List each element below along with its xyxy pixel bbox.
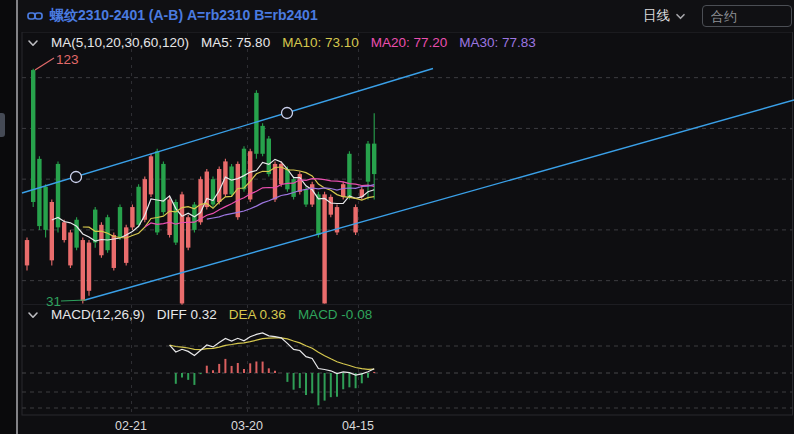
price-annotation: 123 (56, 52, 79, 67)
collapse-chevron-icon[interactable] (27, 37, 39, 49)
x-axis-label: 02-21 (115, 419, 147, 433)
dea-line (170, 338, 375, 370)
trend-channel-tool: 12331 (22, 52, 794, 309)
trading-app-window: 螺纹2310-2401 (A-B) A=rb2310 B=rb2401 日线 1… (0, 0, 794, 434)
period-label: 日线 (643, 7, 670, 25)
top-bar: 螺纹2310-2401 (A-B) A=rb2310 B=rb2401 日线 (18, 0, 794, 33)
collapse-chevron-icon[interactable] (27, 309, 39, 321)
x-axis-label: 03-20 (231, 419, 263, 433)
chevron-down-icon (675, 11, 686, 22)
title-wrap: 螺纹2310-2401 (A-B) A=rb2310 B=rb2401 (18, 7, 643, 25)
diff-line (170, 333, 375, 375)
macd-histogram (170, 359, 375, 405)
link-icon (27, 10, 43, 22)
chart-area: 12331 MA(5,10,20,30,60,120) MA5: 75.80 M… (18, 32, 794, 434)
period-selector[interactable]: 日线 (643, 7, 686, 25)
price-and-macd-chart[interactable]: 12331 (18, 32, 794, 434)
left-rail (0, 0, 16, 434)
chart-title[interactable]: 螺纹2310-2401 (A-B) A=rb2310 B=rb2401 (50, 7, 318, 25)
ma20-line (145, 179, 374, 227)
contract-search-input[interactable] (702, 5, 792, 27)
sidebar-drag-handle[interactable] (0, 113, 5, 137)
channel-handle[interactable] (71, 172, 82, 183)
channel-handle[interactable] (282, 108, 293, 119)
x-axis-label: 04-15 (342, 419, 374, 433)
price-annotation: 31 (46, 294, 61, 309)
